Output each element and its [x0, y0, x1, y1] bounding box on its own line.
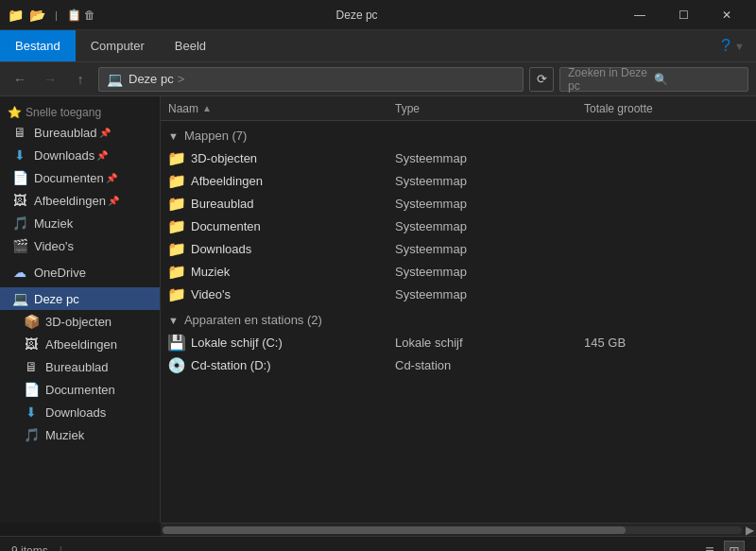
search-icon: 🔍 [654, 73, 740, 86]
view-details-button[interactable]: ≡ [699, 541, 720, 552]
doc-pc-icon: 📄 [23, 381, 40, 398]
onedrive-icon: ☁ [11, 264, 28, 281]
sidebar-item-bureaublad[interactable]: 🖥 Bureaublad 📌 [0, 121, 160, 144]
chevron-down-icon: ▼ [734, 41, 745, 52]
file-size: 145 GB [584, 336, 748, 350]
sidebar-section-quick-access[interactable]: ⭐ Snelle toegang [0, 100, 160, 121]
file-name: Lokale schijf (C:) [191, 336, 395, 350]
sidebar-item-deze-pc[interactable]: 💻 Deze pc [0, 287, 160, 310]
item-count: 9 items [11, 544, 48, 552]
titlebar: 📁 📂 | 📋 🗑 Deze pc — ☐ ✕ [0, 0, 756, 30]
minimize-button[interactable]: — [618, 0, 662, 30]
file-name: Video's [191, 287, 395, 301]
sidebar-item-muziek-pc[interactable]: 🎵 Muziek [0, 423, 160, 446]
scroll-right-icon[interactable]: ▶ [746, 524, 754, 537]
titlebar-controls: — ☐ ✕ [618, 0, 748, 30]
close-button[interactable]: ✕ [705, 0, 748, 30]
folder-doc-icon: 📁 [168, 217, 185, 234]
back-button[interactable]: ← [8, 67, 32, 92]
quick-access-label: Snelle toegang [26, 106, 101, 119]
file-type: Systeemmap [395, 287, 584, 301]
file-name: Bureaublad [191, 197, 395, 211]
view-large-button[interactable]: ⊞ [724, 541, 745, 552]
sidebar-label-3d: 3D-objecten [45, 315, 112, 329]
sidebar-label-afbeeldingen: Afbeeldingen [34, 194, 106, 208]
chevron-mappen-icon: ▼ [168, 130, 179, 142]
sidebar-label-downloads-pc: Downloads [45, 405, 106, 420]
sidebar-item-downloads-pc[interactable]: ⬇ Downloads [0, 401, 160, 423]
horizontal-scrollbar[interactable]: ▶ [161, 523, 756, 536]
file-type: Systeemmap [395, 242, 584, 256]
file-name: Downloads [191, 242, 395, 256]
file-type: Cd-station [395, 358, 584, 372]
sidebar-item-afb-pc[interactable]: 🖼 Afbeeldingen [0, 333, 160, 355]
file-type: Systeemmap [395, 219, 584, 233]
refresh-button[interactable]: ⟳ [529, 67, 554, 92]
col-naam[interactable]: Naam ▲ [168, 102, 395, 115]
table-row[interactable]: 📁 Documenten Systeemmap [161, 215, 756, 237]
section-apparaten[interactable]: ▼ Apparaten en stations (2) [161, 305, 756, 331]
scrollbar-track [163, 526, 742, 534]
sidebar-label-documenten-pc: Documenten [45, 383, 115, 397]
table-row[interactable]: 📁 Video's Systeemmap [161, 283, 756, 305]
pc-sidebar-icon: 💻 [11, 290, 28, 307]
sidebar-item-videos[interactable]: 🎬 Video's [0, 234, 160, 257]
tab-beeld[interactable]: Beeld [160, 30, 221, 61]
col-grootte-label: Totale grootte [584, 102, 653, 115]
section-mappen[interactable]: ▼ Mappen (7) [161, 121, 756, 146]
pin-icon-2: 📌 [96, 150, 108, 161]
search-box[interactable]: Zoeken in Deze pc 🔍 [559, 67, 748, 92]
drive-c-icon: 💾 [168, 334, 185, 351]
sidebar-label-deze-pc: Deze pc [34, 292, 79, 306]
drive-d-icon: 💿 [168, 356, 185, 373]
up-button[interactable]: ↑ [68, 67, 93, 92]
col-grootte[interactable]: Totale grootte [584, 102, 748, 115]
table-row[interactable]: 💿 Cd-station (D:) Cd-station [161, 353, 756, 376]
tab-bestand[interactable]: Bestand [0, 30, 76, 61]
statusbar-separator: | [60, 544, 62, 552]
sidebar-item-bureaublad-pc[interactable]: 🖥 Bureaublad [0, 355, 160, 378]
music-icon: 🎵 [11, 215, 28, 232]
sidebar-label-afb-pc: Afbeeldingen [45, 337, 117, 352]
sidebar-item-afbeeldingen[interactable]: 🖼 Afbeeldingen 📌 [0, 189, 160, 212]
address-path[interactable]: 💻 Deze pc > [98, 67, 524, 92]
path-separator: > [178, 72, 185, 86]
table-row[interactable]: 📁 Downloads Systeemmap [161, 237, 756, 260]
file-name: Cd-station (D:) [191, 358, 395, 372]
question-icon: ? [721, 36, 730, 56]
music-pc-icon: 🎵 [23, 426, 40, 443]
table-row[interactable]: 📁 Afbeeldingen Systeemmap [161, 169, 756, 192]
table-row[interactable]: 📁 Muziek Systeemmap [161, 260, 756, 283]
sidebar-item-onedrive[interactable]: ☁ OneDrive [0, 261, 160, 284]
sidebar-label-muziek: Muziek [34, 216, 73, 231]
col-type[interactable]: Type [395, 102, 584, 115]
folder-desk-icon: 📁 [168, 195, 185, 212]
titlebar-title: Deze pc [95, 9, 618, 22]
statusbar: 9 items | ≡ ⊞ [0, 536, 756, 551]
pin-icon-3: 📌 [106, 173, 117, 183]
table-row[interactable]: 📁 Bureaublad Systeemmap [161, 192, 756, 215]
sidebar-label-downloads: Downloads [34, 148, 94, 163]
sidebar-label-bureaublad: Bureaublad [34, 126, 97, 140]
sidebar-item-documenten[interactable]: 📄 Documenten 📌 [0, 166, 160, 189]
statusbar-view-controls: ≡ ⊞ [699, 541, 745, 552]
sidebar-label-muziek-pc: Muziek [45, 428, 84, 442]
app-icon: 📁 [8, 8, 24, 23]
sidebar-item-downloads[interactable]: ⬇ Downloads 📌 [0, 144, 160, 166]
maximize-button[interactable]: ☐ [662, 0, 705, 30]
section-apparaten-label: Apparaten en stations (2) [184, 313, 322, 327]
pin-icon-4: 📌 [108, 196, 119, 206]
sidebar-item-documenten-pc[interactable]: 📄 Documenten [0, 378, 160, 401]
tab-computer[interactable]: Computer [76, 30, 160, 61]
scrollbar-thumb[interactable] [163, 526, 626, 534]
sidebar-item-muziek[interactable]: 🎵 Muziek [0, 212, 160, 234]
video-icon: 🎬 [11, 237, 28, 254]
table-row[interactable]: 💾 Lokale schijf (C:) Lokale schijf 145 G… [161, 331, 756, 353]
forward-button[interactable]: → [38, 67, 62, 92]
ribbon-help[interactable]: ? ▼ [710, 30, 756, 61]
file-type: Systeemmap [395, 265, 584, 279]
folder-icon: 📂 [29, 8, 45, 23]
table-row[interactable]: 📁 3D-objecten Systeemmap [161, 146, 756, 169]
3d-icon: 📦 [23, 313, 40, 330]
sidebar-item-3d-objecten[interactable]: 📦 3D-objecten [0, 310, 160, 333]
